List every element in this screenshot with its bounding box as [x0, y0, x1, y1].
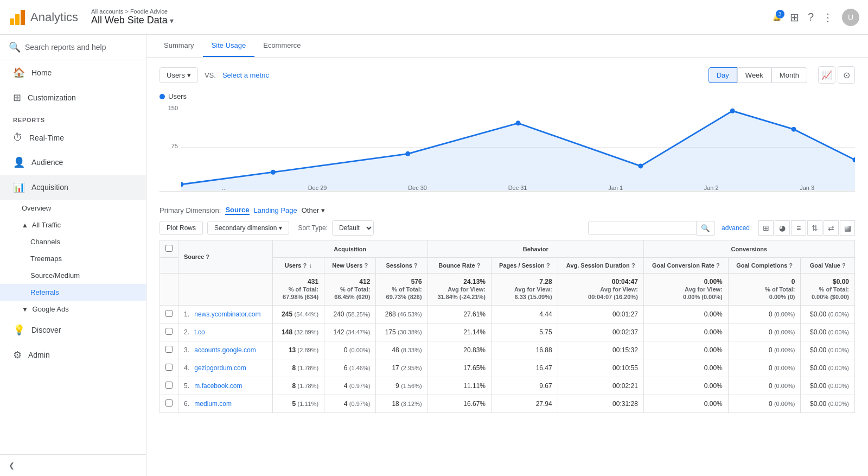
time-btn-day[interactable]: Day [709, 67, 737, 83]
source-help-icon[interactable]: ? [206, 253, 209, 260]
secondary-dimension-button[interactable]: Secondary dimension ▾ [207, 221, 289, 235]
filter-view-button[interactable]: ⇅ [807, 220, 822, 236]
total-avg-session: 00:04:47 [612, 278, 638, 285]
y-label-150: 150 [168, 105, 178, 111]
grid-view-button[interactable]: ⊞ [758, 220, 774, 236]
table-row: 5. m.facebook.com 8 (1.78%) 4 (0.97%) 9 … [160, 377, 855, 395]
select-metric-link[interactable]: Select a metric [222, 71, 269, 79]
time-btn-month[interactable]: Month [771, 67, 807, 83]
table-search-button[interactable]: 🔍 [697, 221, 715, 236]
sidebar-collapse-button[interactable]: ❮ [0, 454, 146, 476]
svg-point-8 [271, 170, 276, 175]
list-view-button[interactable]: ≡ [791, 220, 806, 236]
search-label: Search reports and help [25, 43, 106, 52]
sidebar-item-audience[interactable]: 👤 Audience [0, 150, 146, 175]
topbar: Analytics All accounts > Foodie Advice A… [0, 0, 868, 35]
sort-type-select[interactable]: Default [332, 220, 374, 236]
customization-icon: ⊞ [13, 92, 21, 104]
tab-site-usage[interactable]: Site Usage [203, 35, 255, 57]
source-link-3[interactable]: accounts.google.com [194, 346, 256, 354]
sidebar-item-home[interactable]: 🏠 Home [0, 60, 146, 85]
avatar[interactable]: U [842, 9, 859, 26]
x-label-jan3: Jan 3 [800, 185, 814, 191]
select-all-checkbox[interactable] [160, 240, 178, 258]
dimension-landing-page[interactable]: Landing Page [254, 206, 297, 214]
sidebar-item-overview[interactable]: Overview [0, 200, 146, 217]
metric-dropdown[interactable]: Users ▾ [159, 67, 198, 83]
line-chart-button[interactable]: 📈 [818, 66, 835, 84]
source-link-5[interactable]: m.facebook.com [194, 382, 242, 390]
sidebar-item-treemaps[interactable]: Treemaps [0, 250, 146, 267]
main-layout: 🔍 Search reports and help 🏠 Home ⊞ Custo… [0, 35, 868, 476]
app-title: Analytics [30, 10, 78, 24]
source-link-1[interactable]: news.ycombinator.com [194, 310, 260, 318]
all-traffic-label: All Traffic [32, 221, 61, 229]
sessions-col-header[interactable]: Sessions ? [376, 258, 427, 274]
source-link-6[interactable]: medium.com [194, 400, 232, 408]
bounce-rate-col-header[interactable]: Bounce Rate ? [427, 258, 491, 274]
dimension-source[interactable]: Source [225, 206, 249, 215]
goal-comp-col-header[interactable]: Goal Completions ? [728, 258, 801, 274]
plot-rows-button[interactable]: Plot Rows [159, 221, 203, 235]
goal-conv-rate-col-header[interactable]: Goal Conversion Rate ? [643, 258, 728, 274]
sidebar-item-channels[interactable]: Channels [0, 233, 146, 250]
avg-session-col-header[interactable]: Avg. Session Duration ? [558, 258, 643, 274]
view-buttons: ⊞ ◕ ≡ ⇅ ⇄ ▦ [758, 220, 855, 236]
expand-icon: ▲ [22, 221, 28, 229]
audience-label: Audience [31, 158, 63, 167]
table-search-input[interactable] [588, 221, 697, 235]
chart-type-buttons: 📈 ⊙ [818, 66, 855, 84]
table-view-button[interactable]: ▦ [840, 220, 855, 236]
goal-value-col-header[interactable]: Goal Value ? [801, 258, 855, 274]
sidebar-item-discover[interactable]: 💡 Discover [0, 318, 146, 342]
table-controls: Plot Rows Secondary dimension ▾ Sort Typ… [159, 220, 855, 236]
tab-ecommerce[interactable]: Ecommerce [254, 35, 309, 57]
source-medium-label: Source/Medium [30, 271, 80, 280]
sidebar-item-google-ads[interactable]: ▼ Google Ads [0, 301, 146, 318]
chart-controls: Users ▾ VS. Select a metric Day Week Mon… [159, 66, 855, 84]
svg-point-11 [638, 163, 643, 168]
sidebar-item-admin[interactable]: ⚙ Admin [0, 342, 146, 367]
time-btn-week[interactable]: Week [737, 67, 771, 83]
apps-icon[interactable]: ⊞ [790, 11, 799, 24]
sidebar-item-acquisition[interactable]: 📊 Acquisition [0, 175, 146, 200]
table-row: 1. news.ycombinator.com 245 (54.44%) 240… [160, 306, 855, 323]
sidebar-item-customization[interactable]: ⊞ Customization [0, 85, 146, 110]
realtime-icon: ⏱ [13, 132, 23, 143]
pie-view-button[interactable]: ◕ [775, 220, 790, 236]
overview-label: Overview [22, 204, 51, 212]
help-icon[interactable]: ? [808, 11, 814, 23]
more-options-icon[interactable]: ⋮ [822, 11, 833, 24]
total-goal-conv: 0.00% [704, 278, 723, 285]
sidebar-item-realtime[interactable]: ⏱ Real-Time [0, 125, 146, 150]
analytics-logo-icon [9, 9, 26, 26]
dimension-other[interactable]: Other ▾ [302, 206, 325, 214]
x-label-dec31: Dec 31 [508, 185, 527, 191]
notification-badge: 3 [776, 10, 784, 18]
new-users-col-header[interactable]: New Users ? [324, 258, 376, 274]
advanced-link[interactable]: advanced [722, 224, 750, 232]
property-selector[interactable]: All Web Site Data ▾ [91, 15, 174, 26]
behavior-header: Behavior [427, 240, 643, 258]
motion-chart-button[interactable]: ⊙ [838, 66, 855, 84]
sidebar: 🔍 Search reports and help 🏠 Home ⊞ Custo… [0, 35, 146, 476]
sidebar-item-all-traffic[interactable]: ▲ All Traffic [0, 217, 146, 233]
sort-view-button[interactable]: ⇄ [824, 220, 839, 236]
discover-label: Discover [31, 326, 61, 334]
table-row: 6. medium.com 5 (1.11%) 4 (0.97%) 18 (3.… [160, 395, 855, 413]
x-label-dec30: Dec 30 [408, 185, 427, 191]
sidebar-search-row[interactable]: 🔍 Search reports and help [0, 35, 146, 60]
data-table: Source ? Acquisition Behavior Conversion… [159, 240, 855, 413]
sidebar-item-source-medium[interactable]: Source/Medium [0, 267, 146, 284]
account-info: All accounts > Foodie Advice All Web Sit… [91, 8, 174, 26]
property-dropdown-arrow: ▾ [170, 16, 174, 25]
chart-y-axis: 150 75 [159, 105, 181, 180]
users-col-header[interactable]: Users ? ↓ [272, 258, 324, 274]
total-users-pct: % of Total:67.98% (634) [283, 286, 318, 300]
notifications-button[interactable]: 🔔 3 [773, 13, 781, 21]
sidebar-item-referrals[interactable]: Referrals [0, 284, 146, 301]
source-link-4[interactable]: gezipgordum.com [194, 364, 246, 372]
pages-session-col-header[interactable]: Pages / Session ? [492, 258, 558, 274]
tab-summary[interactable]: Summary [155, 35, 203, 57]
source-link-2[interactable]: t.co [194, 328, 205, 336]
